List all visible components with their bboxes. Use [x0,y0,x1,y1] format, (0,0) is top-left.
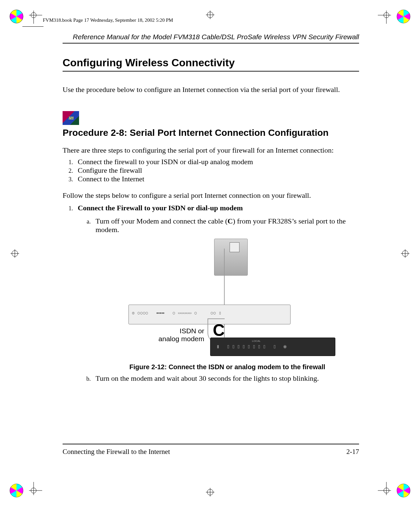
alignment-mark-icon [401,249,409,258]
step-1a-text-pre: Turn off your Modem and connect the cabl… [96,217,228,225]
procedure-step-1: Connect the Firewall to your ISDN or dia… [74,204,359,383]
figure-caption: Figure 2-12: Connect the ISDN or analog … [96,363,359,371]
registration-mark-icon [396,483,411,498]
registration-mark-icon [396,9,411,24]
overview-lead: There are three steps to configuring the… [63,145,359,155]
firewall-router-illustration [210,338,335,356]
follow-paragraph: Follow the steps below to configure a se… [63,191,359,200]
alignment-mark-icon [206,488,214,496]
overview-step: Configure the firewall [74,166,359,175]
page-number: 2-17 [347,448,359,456]
crop-line [22,26,43,27]
overview-step-list: Connect the firewall to your ISDN or dia… [63,158,359,183]
modem-label-line2: analog modem [158,335,204,343]
router-ports-label: LOCAL [252,340,261,343]
alignment-mark-icon [11,249,19,258]
modem-label: ISDN or analog modem [152,327,204,343]
registration-mark-icon [9,483,24,498]
cable-letter-c: C [213,322,225,339]
alignment-mark-icon [206,11,214,19]
step-1a-text-bold: C [228,217,233,225]
running-header: Reference Manual for the Model FVM318 Ca… [63,33,359,44]
procedure-steps-icon [63,111,79,125]
step-1b: Turn on the modem and wait about 30 seco… [92,374,359,383]
modem-label-line1: ISDN or [180,327,204,335]
figure-connect-modem: ISDN or analog modem C LOCAL [122,239,333,357]
print-header: FVM318.book Page 17 Wednesday, September… [43,17,173,23]
page-footer: Connecting the Firewall to the Internet … [63,444,359,456]
step-1a: Turn off your Modem and connect the cabl… [92,217,359,371]
cropmark-icon [29,11,42,25]
registration-mark-icon [9,9,24,24]
overview-step: Connect to the Internet [74,175,359,183]
footer-section-title: Connecting the Firewall to the Internet [63,448,170,456]
cropmark-icon [378,11,391,25]
step-1-title: Connect the Firewall to your ISDN or dia… [78,204,243,212]
cropmark-icon [378,482,391,496]
section-title: Configuring Wireless Connectivity [63,57,359,72]
overview-step: Connect the firewall to your ISDN or dia… [74,158,359,166]
procedure-title: Procedure 2-8: Serial Port Internet Conn… [63,128,359,138]
procedure-step-list: Connect the Firewall to your ISDN or dia… [63,204,359,383]
wall-outlet-icon [214,239,248,276]
intro-paragraph: Use the procedure below to configure an … [63,85,359,95]
cropmark-icon [29,482,42,496]
